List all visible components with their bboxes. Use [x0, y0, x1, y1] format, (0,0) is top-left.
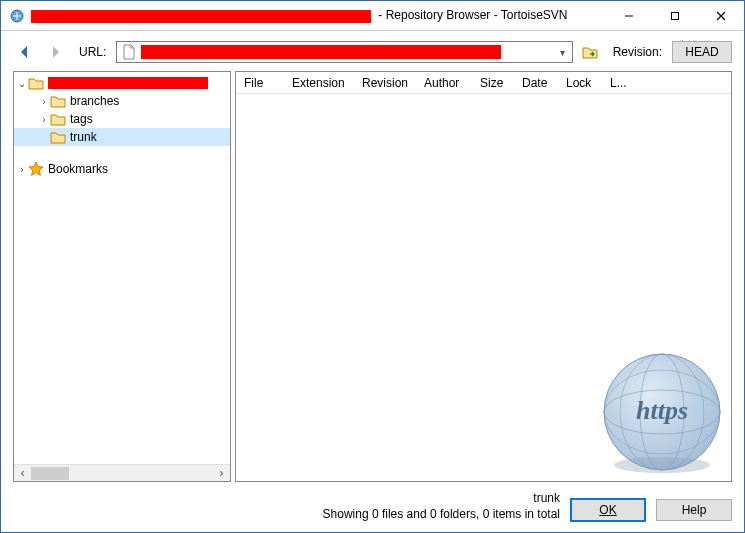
ok-label: OK [599, 503, 616, 517]
tree-root-item[interactable]: ⌄ [14, 74, 230, 92]
scroll-left-icon[interactable]: ‹ [14, 466, 31, 480]
expand-icon[interactable]: › [16, 164, 28, 175]
horizontal-scrollbar[interactable]: ‹ › [14, 464, 230, 481]
go-to-folder-button[interactable] [579, 41, 601, 63]
col-size[interactable]: Size [472, 72, 514, 93]
tree-item-trunk[interactable]: trunk [14, 128, 230, 146]
help-button[interactable]: Help [656, 499, 732, 521]
app-icon [9, 8, 25, 24]
footer: trunk Showing 0 files and 0 folders, 0 i… [13, 490, 732, 522]
col-author[interactable]: Author [416, 72, 472, 93]
col-file[interactable]: File [236, 72, 284, 93]
folder-icon [28, 75, 44, 91]
content-area: URL: ▾ Revision: HEAD [1, 31, 744, 532]
close-button[interactable] [698, 1, 744, 30]
repo-tree-pane: ⌄ › branches [13, 71, 231, 482]
svg-point-5 [640, 354, 684, 470]
toolbar: URL: ▾ Revision: HEAD [13, 41, 732, 63]
forward-button[interactable] [43, 41, 67, 63]
svg-point-2 [604, 354, 720, 470]
list-header: File Extension Revision Author Size Date… [236, 72, 731, 94]
svg-point-8 [614, 457, 710, 473]
window-title: - Repository Browser - TortoiseSVN [31, 8, 606, 22]
url-combobox[interactable]: ▾ [116, 41, 572, 63]
split-panes: ⌄ › branches [13, 71, 732, 482]
tree-item-label: branches [70, 94, 119, 108]
file-list-pane[interactable]: File Extension Revision Author Size Date… [235, 71, 732, 482]
window-title-suffix: - Repository Browser - TortoiseSVN [375, 8, 568, 22]
back-button[interactable] [13, 41, 37, 63]
chevron-down-icon[interactable]: ▾ [554, 47, 572, 58]
window-controls [606, 1, 744, 30]
https-watermark-icon: https [597, 347, 727, 477]
svg-text:https: https [636, 396, 688, 425]
tree-item-label: Bookmarks [48, 162, 108, 176]
url-label: URL: [79, 45, 106, 59]
help-label: Help [682, 503, 707, 517]
scroll-right-icon[interactable]: › [213, 466, 230, 480]
revision-label: Revision: [613, 45, 662, 59]
tree-item-bookmarks[interactable]: › Bookmarks [14, 160, 230, 178]
col-lock[interactable]: Lock [558, 72, 602, 93]
folder-icon [50, 111, 66, 127]
collapse-icon[interactable]: ⌄ [16, 78, 28, 89]
tree-item-label: trunk [70, 130, 97, 144]
repo-tree[interactable]: ⌄ › branches [14, 72, 230, 464]
tree-item-label: tags [70, 112, 93, 126]
maximize-button[interactable] [652, 1, 698, 30]
app-window: - Repository Browser - TortoiseSVN URL: [0, 0, 745, 533]
titlebar[interactable]: - Repository Browser - TortoiseSVN [1, 1, 744, 31]
tree-root-label-redacted [48, 77, 208, 89]
tree-item-branches[interactable]: › branches [14, 92, 230, 110]
window-title-redacted [31, 10, 371, 23]
page-icon [121, 44, 137, 60]
footer-buttons: OK Help [570, 498, 732, 522]
status-text: trunk Showing 0 files and 0 folders, 0 i… [13, 490, 560, 522]
svg-rect-1 [672, 12, 679, 19]
expand-icon[interactable]: › [38, 96, 50, 107]
ok-button[interactable]: OK [570, 498, 646, 522]
url-value-redacted [141, 45, 501, 59]
minimize-button[interactable] [606, 1, 652, 30]
col-extension[interactable]: Extension [284, 72, 354, 93]
expand-icon[interactable]: › [38, 114, 50, 125]
folder-icon [50, 129, 66, 145]
head-label: HEAD [685, 45, 718, 59]
selection-name: trunk [13, 490, 560, 506]
star-icon [28, 161, 44, 177]
svg-point-6 [620, 354, 704, 470]
svg-point-4 [604, 370, 720, 454]
revision-head-button[interactable]: HEAD [672, 41, 732, 63]
scroll-thumb[interactable] [31, 467, 69, 480]
col-more[interactable]: L... [602, 72, 632, 93]
svg-point-3 [604, 390, 720, 434]
scroll-track[interactable] [31, 465, 213, 481]
folder-icon [50, 93, 66, 109]
col-date[interactable]: Date [514, 72, 558, 93]
col-revision[interactable]: Revision [354, 72, 416, 93]
tree-item-tags[interactable]: › tags [14, 110, 230, 128]
item-count-status: Showing 0 files and 0 folders, 0 items i… [13, 506, 560, 522]
